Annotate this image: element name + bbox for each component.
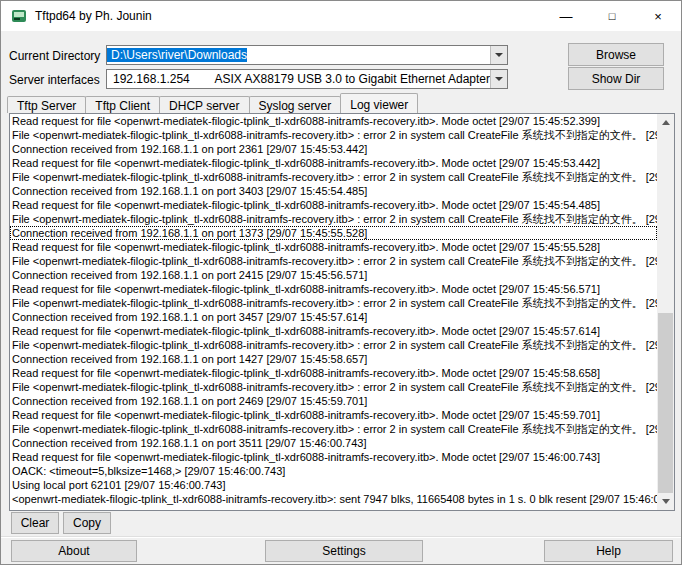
server-interface-ip: 192.168.1.254 (107, 72, 210, 86)
log-line[interactable]: File <openwrt-mediatek-filogic-tplink_tl… (10, 170, 657, 184)
server-interface-adapter: ASIX AX88179 USB 3.0 to Gigabit Ethernet… (210, 72, 490, 86)
log-viewer-panel: Read request for file <openwrt-mediatek-… (9, 113, 675, 511)
about-button[interactable]: About (11, 540, 137, 562)
log-line[interactable]: Connection received from 192.168.1.1 on … (10, 394, 657, 408)
copy-button[interactable]: Copy (63, 512, 111, 534)
browse-button[interactable]: Browse (568, 43, 664, 66)
tab-syslog-server[interactable]: Syslog server (249, 96, 342, 113)
log-line[interactable]: File <openwrt-mediatek-filogic-tplink_tl… (10, 338, 657, 352)
log-line[interactable]: File <openwrt-mediatek-filogic-tplink_tl… (10, 380, 657, 394)
log-line[interactable]: File <openwrt-mediatek-filogic-tplink_tl… (10, 212, 657, 226)
scrollbar-thumb[interactable] (658, 313, 673, 493)
log-line[interactable]: <openwrt-mediatek-filogic-tplink_tl-xdr6… (10, 492, 657, 506)
log-line[interactable]: Connection received from 192.168.1.1 on … (10, 226, 657, 240)
log-line[interactable]: Connection received from 192.168.1.1 on … (10, 142, 657, 156)
settings-button[interactable]: Settings (265, 540, 423, 562)
log-line[interactable]: File <openwrt-mediatek-filogic-tplink_tl… (10, 254, 657, 268)
log-line[interactable]: Connection received from 192.168.1.1 on … (10, 310, 657, 324)
log-line[interactable]: Read request for file <openwrt-mediatek-… (10, 408, 657, 422)
tab-tftp-client[interactable]: Tftp Client (85, 96, 160, 113)
log-list: Read request for file <openwrt-mediatek-… (10, 114, 657, 510)
log-line[interactable]: Read request for file <openwrt-mediatek-… (10, 366, 657, 380)
minimize-button[interactable]: — (543, 1, 589, 31)
dropdown-arrow-icon[interactable] (490, 46, 507, 64)
tab-dhcp-server[interactable]: DHCP server (159, 96, 249, 113)
dropdown-arrow-icon[interactable] (490, 70, 507, 88)
scroll-up-arrow-icon[interactable] (657, 114, 674, 131)
window-controls: — □ × (543, 1, 681, 31)
footer-separator (1, 536, 681, 538)
tab-tftp-server[interactable]: Tftp Server (7, 96, 86, 113)
window-title: Tftpd64 by Ph. Jounin (35, 9, 152, 23)
title-bar[interactable]: Tftpd64 by Ph. Jounin — □ × (1, 1, 681, 31)
log-line[interactable]: Connection received from 192.168.1.1 on … (10, 184, 657, 198)
log-line[interactable]: Connection received from 192.168.1.1 on … (10, 268, 657, 282)
scroll-down-arrow-icon[interactable] (657, 493, 674, 510)
client-area: Current Directory D:\Users\river\Downloa… (1, 31, 681, 564)
log-line[interactable]: File <openwrt-mediatek-filogic-tplink_tl… (10, 422, 657, 436)
log-line[interactable]: Connection received from 192.168.1.1 on … (10, 436, 657, 450)
log-line[interactable]: File <openwrt-mediatek-filogic-tplink_tl… (10, 296, 657, 310)
app-icon (11, 8, 27, 24)
log-line[interactable]: Read request for file <openwrt-mediatek-… (10, 114, 657, 128)
log-line[interactable]: Using local port 62101 [29/07 15:46:00.7… (10, 478, 657, 492)
clear-button[interactable]: Clear (11, 512, 59, 534)
help-button[interactable]: Help (544, 540, 673, 562)
app-window: Tftpd64 by Ph. Jounin — □ × Current Dire… (0, 0, 682, 565)
log-line[interactable]: Read request for file <openwrt-mediatek-… (10, 156, 657, 170)
log-line[interactable]: Read request for file <openwrt-mediatek-… (10, 450, 657, 464)
log-line[interactable]: Read request for file <openwrt-mediatek-… (10, 324, 657, 338)
log-line[interactable]: File <openwrt-mediatek-filogic-tplink_tl… (10, 128, 657, 142)
server-interfaces-label: Server interfaces (9, 73, 100, 87)
show-dir-button[interactable]: Show Dir (568, 67, 664, 90)
log-line[interactable]: Read request for file <openwrt-mediatek-… (10, 198, 657, 212)
tab-log-viewer[interactable]: Log viewer (340, 93, 418, 113)
log-line[interactable]: Read request for file <openwrt-mediatek-… (10, 282, 657, 296)
close-button[interactable]: × (635, 1, 681, 31)
log-line[interactable]: Read request for file <openwrt-mediatek-… (10, 240, 657, 254)
maximize-button[interactable]: □ (589, 1, 635, 31)
vertical-scrollbar[interactable] (657, 114, 674, 510)
current-directory-label: Current Directory (9, 49, 100, 63)
server-interface-combobox[interactable]: 192.168.1.254 ASIX AX88179 USB 3.0 to Gi… (106, 69, 508, 89)
current-directory-combobox[interactable]: D:\Users\river\Downloads (106, 45, 508, 65)
log-line[interactable]: Connection received from 192.168.1.1 on … (10, 352, 657, 366)
log-line[interactable]: OACK: <timeout=5,blksize=1468,> [29/07 1… (10, 464, 657, 478)
current-directory-value: D:\Users\river\Downloads (107, 48, 247, 62)
tab-bar: Tftp ServerTftp ClientDHCP serverSyslog … (7, 93, 677, 113)
